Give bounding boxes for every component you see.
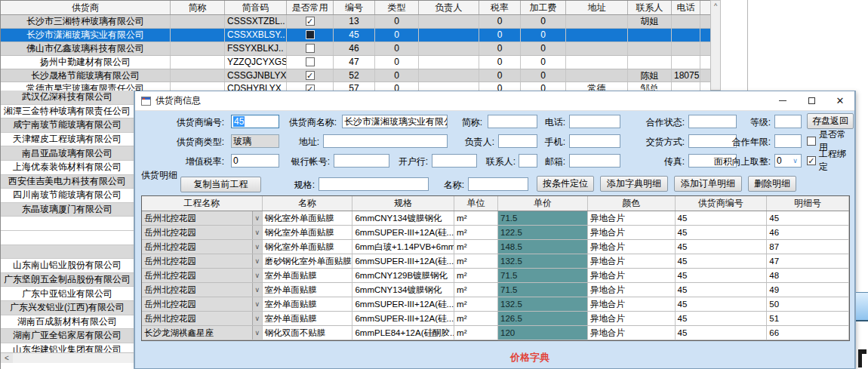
grid-row[interactable]: 岳州北控花园∨磨砂钢化室外单面贴膜6mmSUPER-III+12A(硅...m²…: [142, 254, 849, 269]
grid-row[interactable]: 岳州北控花园∨室外单面贴膜6mmCNY129B镀膜钢化m²71.5异地合片454…: [142, 269, 849, 283]
chevron-down-icon[interactable]: ∨: [252, 226, 262, 239]
column-header[interactable]: 负责人: [419, 1, 479, 14]
common-use-checkbox[interactable]: [306, 57, 315, 66]
grid-cell[interactable]: 岳州北控花园∨: [142, 297, 263, 311]
list-item[interactable]: 广东坚朗五金制品股份有限公司: [1, 273, 134, 288]
column-header[interactable]: 税率: [479, 1, 521, 14]
name-filter-input[interactable]: [468, 177, 528, 191]
coop-status-input[interactable]: [688, 115, 737, 128]
column-header[interactable]: 供货商: [1, 1, 171, 14]
column-header[interactable]: 地址: [566, 1, 628, 14]
grid-row[interactable]: 岳州北控花园∨室外单面贴膜6mmSUPER-III+12A(硅...m²126.…: [142, 312, 849, 326]
is-common-checkbox[interactable]: 是否常用: [807, 134, 854, 148]
list-item[interactable]: 东晶玻璃厦门有限公司: [1, 203, 134, 217]
common-use-checkbox[interactable]: [306, 17, 315, 26]
close-button[interactable]: ✕: [826, 91, 854, 110]
chevron-down-icon[interactable]: ∨: [252, 254, 262, 268]
table-row[interactable]: 长沙市潇湘玻璃实业有限公司CSSXXBLSY..45000: [1, 29, 710, 42]
grid-column-header[interactable]: 单位: [454, 196, 498, 211]
project-bind-checkbox[interactable]: 工程绑定: [807, 154, 854, 168]
grid-column-header[interactable]: 工程名称: [142, 196, 263, 211]
bank-name-input[interactable]: [432, 154, 477, 168]
manager-input[interactable]: [498, 134, 537, 148]
chevron-down-icon[interactable]: ∨: [252, 283, 262, 297]
list-item[interactable]: 山东南山铝业股份有限公司: [1, 259, 134, 273]
grid-column-header[interactable]: 名称: [263, 196, 353, 211]
contact-input[interactable]: [519, 154, 537, 168]
maximize-button[interactable]: [797, 91, 826, 110]
add-order-detail-button[interactable]: 添加订单明细: [674, 176, 742, 192]
list-item[interactable]: 武汉亿深科技有限公司: [1, 91, 134, 105]
supplier-no-input[interactable]: 45: [231, 115, 279, 128]
list-item[interactable]: 南昌亚晶玻璃有限公司: [1, 146, 134, 161]
grid-column-header[interactable]: 规格: [352, 196, 454, 211]
grid-row[interactable]: 岳州北控花园∨钢化室外单面贴膜6mmCNY134镀膜钢化m²71.5异地合片45…: [142, 211, 849, 226]
checkbox-icon[interactable]: [807, 137, 816, 146]
list-item[interactable]: 湖南百成新材料有限公司: [1, 315, 134, 330]
spec-filter-input[interactable]: [319, 177, 429, 191]
common-use-checkbox[interactable]: [306, 44, 315, 53]
delete-detail-button[interactable]: 删除明细: [748, 176, 796, 192]
chevron-down-icon[interactable]: ∨: [252, 297, 262, 311]
list-item[interactable]: 上海优泰装饰材料有限公司: [1, 161, 134, 175]
table-row[interactable]: 长沙晟格节能玻璃有限公司CSSGJNBLYXGS52000陈姐180751: [1, 69, 710, 83]
grid-cell[interactable]: 岳州北控花园∨: [142, 211, 263, 225]
locate-by-condition-button[interactable]: 按条件定位: [537, 176, 594, 192]
minimize-button[interactable]: [768, 91, 797, 110]
short-name-input[interactable]: [488, 115, 537, 128]
chevron-down-icon[interactable]: ∨: [252, 211, 262, 225]
list-item[interactable]: 四川南玻节能玻璃有限公司: [1, 189, 134, 203]
list-item[interactable]: 广东兴发铝业(江西)有限公司: [1, 301, 134, 315]
chevron-down-icon[interactable]: ∨: [252, 269, 262, 282]
vat-rate-input[interactable]: 0: [231, 154, 279, 168]
grid-row[interactable]: 岳州北控花园∨室外单面贴膜6mmCNY134镀膜钢化m²71.5异地合片4549: [142, 283, 849, 297]
column-header[interactable]: 编号: [334, 1, 375, 14]
supplier-name-input[interactable]: 长沙市潇湘玻璃实业有限公司: [342, 115, 448, 128]
list-horizontal-scrollbar[interactable]: <: [1, 352, 134, 363]
column-header[interactable]: 简音码: [225, 1, 287, 14]
add-dict-detail-button[interactable]: 添加字典明细: [600, 176, 668, 192]
column-header[interactable]: 简称: [171, 1, 225, 14]
list-item[interactable]: [1, 217, 134, 231]
grid-cell[interactable]: 岳州北控花园∨: [142, 254, 263, 268]
supplier-name-list[interactable]: 武汉亿深科技有限公司湘潭三金特种玻璃有限责任公司咸宁南玻节能玻璃有限公司天津耀皮…: [0, 91, 134, 369]
column-header[interactable]: 电话: [672, 1, 700, 14]
chevron-down-icon[interactable]: ∨: [790, 155, 800, 166]
list-item[interactable]: 天津耀皮工程玻璃有限公司: [1, 133, 134, 147]
grid-column-header[interactable]: 供货商编号: [676, 196, 768, 211]
grid-cell[interactable]: 岳州北控花园∨: [142, 312, 263, 325]
phone-input[interactable]: [569, 115, 620, 128]
chevron-down-icon[interactable]: ∨: [252, 240, 262, 254]
common-use-checkbox[interactable]: [306, 30, 315, 39]
column-header[interactable]: 加工费: [521, 1, 566, 14]
list-item[interactable]: 广东中亚铝业有限公司: [1, 287, 134, 301]
suppliers-table[interactable]: 供货商简称简音码是否常用编号类型负责人税率加工费地址联系人电话长沙市三湘特种玻璃…: [0, 0, 710, 97]
grid-row[interactable]: 长沙龙湖祺鑫星座∨钢化双面不贴膜6mmPLE84+12A(硅酮胶...m²120…: [142, 326, 849, 340]
column-header[interactable]: 联系人: [628, 1, 672, 14]
column-header[interactable]: 类型: [375, 1, 419, 14]
grid-cell[interactable]: 岳州北控花园∨: [142, 226, 263, 239]
email-input[interactable]: [569, 154, 620, 168]
save-return-button[interactable]: 存盘返回: [807, 113, 854, 129]
grid-cell[interactable]: 长沙龙湖祺鑫星座∨: [142, 326, 263, 340]
dialog-titlebar[interactable]: 供货商信息 ✕: [135, 91, 854, 111]
table-row[interactable]: 扬州中勤建材有限公司YZZQJCYXGS47000: [1, 56, 710, 69]
supplier-type-input[interactable]: 玻璃: [231, 134, 279, 148]
scroll-up-icon[interactable]: ^: [711, 1, 720, 12]
bank-account-input[interactable]: [334, 154, 389, 168]
mobile-input[interactable]: [569, 134, 620, 148]
grid-column-header[interactable]: 颜色: [588, 196, 676, 211]
column-header[interactable]: 是否常用: [287, 1, 334, 14]
supply-detail-grid[interactable]: 工程名称名称规格单位单价颜色供货商编号明细号岳州北控花园∨钢化室外单面贴膜6mm…: [141, 195, 850, 341]
common-use-checkbox[interactable]: [306, 71, 315, 80]
list-item[interactable]: 咸宁南玻节能玻璃有限公司: [1, 118, 134, 133]
grid-row[interactable]: 岳州北控花园∨室外单面贴膜6mmSUPER-III+12A(硅...m²132.…: [142, 297, 849, 312]
chevron-down-icon[interactable]: ∨: [252, 326, 262, 340]
table-row[interactable]: 佛山市亿鑫玻璃科技有限公司FSSYXBLKJ..46000: [1, 42, 710, 56]
grid-column-header[interactable]: 单价: [498, 196, 588, 211]
chevron-down-icon[interactable]: ∨: [252, 312, 262, 325]
address-input[interactable]: [323, 134, 448, 148]
grid-cell[interactable]: 岳州北控花园∨: [142, 240, 263, 254]
table-row[interactable]: 长沙市三湘特种玻璃有限公司CSSSXTZBL..13000胡姐: [1, 15, 710, 29]
copy-current-project-button[interactable]: 复制当前工程: [180, 177, 261, 192]
